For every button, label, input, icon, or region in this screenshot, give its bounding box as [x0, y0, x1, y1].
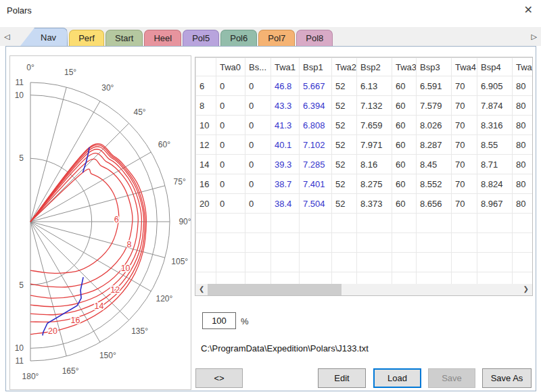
empty-cell[interactable]: [477, 253, 513, 272]
cell[interactable]: 6.905: [477, 76, 513, 96]
empty-cell[interactable]: [245, 214, 271, 233]
cell[interactable]: 60: [392, 96, 417, 116]
cell[interactable]: 0: [216, 135, 245, 155]
column-header[interactable]: Twa4: [452, 58, 477, 76]
cell[interactable]: 0: [245, 76, 271, 96]
cell[interactable]: 70: [452, 116, 477, 135]
cell[interactable]: 8.275: [357, 174, 392, 194]
empty-cell[interactable]: [357, 214, 392, 233]
empty-cell[interactable]: [216, 214, 245, 233]
empty-cell[interactable]: [417, 233, 452, 253]
tab-start[interactable]: Start: [105, 30, 143, 46]
cell[interactable]: 8.287: [417, 135, 452, 155]
cell[interactable]: 8.656: [417, 194, 452, 214]
cell[interactable]: 80: [513, 116, 534, 135]
cell[interactable]: 0: [216, 96, 245, 116]
cell[interactable]: 52: [332, 174, 357, 194]
empty-cell[interactable]: [417, 253, 452, 272]
cell[interactable]: 6.394: [300, 96, 332, 116]
cell[interactable]: 0: [245, 116, 271, 135]
empty-cell[interactable]: [513, 214, 534, 233]
row-header-cell[interactable]: 16: [196, 174, 216, 194]
scroll-left-icon[interactable]: ❮: [199, 285, 204, 293]
column-header[interactable]: Bsp4: [477, 58, 513, 76]
cell[interactable]: 60: [392, 76, 417, 96]
cell[interactable]: 52: [332, 155, 357, 174]
column-header[interactable]: [196, 58, 216, 76]
column-header[interactable]: Bsp3: [417, 58, 452, 76]
cell[interactable]: 39.3: [271, 155, 300, 174]
cell[interactable]: 80: [513, 135, 534, 155]
cell[interactable]: 8.026: [417, 116, 452, 135]
cell[interactable]: 7.874: [477, 96, 513, 116]
empty-cell[interactable]: [216, 253, 245, 272]
polar-grid-table[interactable]: Twa0Bs...Twa1Bsp1Twa2Bsp2Twa3Bsp3Twa4Bsp…: [195, 57, 533, 292]
row-header-cell[interactable]: 8: [196, 96, 216, 116]
swap-button[interactable]: <>: [195, 368, 243, 388]
empty-cell[interactable]: [196, 253, 216, 272]
cell[interactable]: 6.13: [357, 76, 392, 96]
cell[interactable]: 8.824: [477, 174, 513, 194]
cell[interactable]: 80: [513, 194, 534, 214]
column-header[interactable]: Bs...: [245, 58, 271, 76]
cell[interactable]: 8.55: [477, 135, 513, 155]
tab-pol7[interactable]: Pol7: [258, 30, 295, 46]
empty-cell[interactable]: [513, 253, 534, 272]
cell[interactable]: 52: [332, 96, 357, 116]
save-as-button[interactable]: Save As: [482, 368, 532, 388]
tab-scroll-left-icon[interactable]: ◁: [4, 32, 9, 41]
empty-cell[interactable]: [452, 233, 477, 253]
empty-cell[interactable]: [452, 253, 477, 272]
empty-cell[interactable]: [300, 214, 332, 233]
empty-cell[interactable]: [271, 233, 300, 253]
cell[interactable]: 8.45: [417, 155, 452, 174]
column-header[interactable]: Twa1: [271, 58, 300, 76]
cell[interactable]: 52: [332, 76, 357, 96]
tab-heel[interactable]: Heel: [144, 30, 181, 46]
row-header-cell[interactable]: 20: [196, 194, 216, 214]
cell[interactable]: 7.102: [300, 135, 332, 155]
percent-input[interactable]: [202, 312, 236, 329]
tab-pol8[interactable]: Pol8: [296, 30, 333, 46]
empty-cell[interactable]: [392, 214, 417, 233]
cell[interactable]: 60: [392, 135, 417, 155]
cell[interactable]: 40.1: [271, 135, 300, 155]
cell[interactable]: 0: [216, 155, 245, 174]
cell[interactable]: 60: [392, 155, 417, 174]
scroll-right-icon[interactable]: ❯: [523, 285, 529, 293]
cell[interactable]: 6.591: [417, 76, 452, 96]
empty-cell[interactable]: [332, 233, 357, 253]
cell[interactable]: 7.285: [300, 155, 332, 174]
cell[interactable]: 6.808: [300, 116, 332, 135]
cell[interactable]: 70: [452, 135, 477, 155]
row-header-cell[interactable]: 10: [196, 116, 216, 135]
cell[interactable]: 7.132: [357, 96, 392, 116]
cell[interactable]: 46.8: [271, 76, 300, 96]
empty-cell[interactable]: [216, 233, 245, 253]
cell[interactable]: 60: [392, 174, 417, 194]
cell[interactable]: 60: [392, 194, 417, 214]
cell[interactable]: 70: [452, 96, 477, 116]
cell[interactable]: 80: [513, 155, 534, 174]
load-button[interactable]: Load: [373, 368, 421, 388]
cell[interactable]: 52: [332, 116, 357, 135]
empty-cell[interactable]: [300, 253, 332, 272]
empty-cell[interactable]: [392, 253, 417, 272]
tab-pol5[interactable]: Pol5: [183, 30, 219, 46]
row-header-cell[interactable]: 6: [196, 76, 216, 96]
cell[interactable]: 52: [332, 135, 357, 155]
scrollbar-thumb[interactable]: [208, 284, 342, 295]
row-header-cell[interactable]: 14: [196, 155, 216, 174]
cell[interactable]: 7.504: [300, 194, 332, 214]
cell[interactable]: 5.667: [300, 76, 332, 96]
empty-cell[interactable]: [300, 233, 332, 253]
cell[interactable]: 60: [392, 116, 417, 135]
cell[interactable]: 0: [245, 155, 271, 174]
empty-cell[interactable]: [332, 253, 357, 272]
cell[interactable]: 70: [452, 76, 477, 96]
save-button[interactable]: Save: [428, 368, 475, 388]
cell[interactable]: 80: [513, 96, 534, 116]
cell[interactable]: 7.579: [417, 96, 452, 116]
row-header-cell[interactable]: 12: [196, 135, 216, 155]
tab-scroll-right-icon[interactable]: ▷: [532, 32, 537, 41]
